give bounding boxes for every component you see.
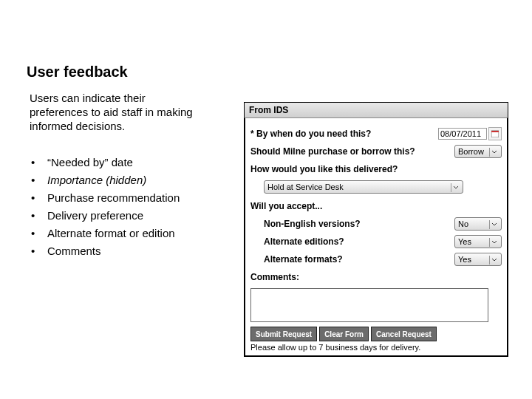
cancel-request-button[interactable]: Cancel Request <box>371 327 437 341</box>
delivery-note: Please allow up to 7 business days for d… <box>250 343 502 352</box>
calendar-icon[interactable] <box>488 127 502 140</box>
comments-textarea[interactable] <box>250 288 488 322</box>
alteditions-select[interactable]: Yes <box>454 235 502 248</box>
nonenglish-select[interactable]: No <box>454 217 502 231</box>
select-value: Yes <box>458 237 471 246</box>
list-item: Alternate format or edition <box>30 225 214 242</box>
list-item: Delivery preference <box>30 207 214 225</box>
select-value: No <box>458 219 468 228</box>
list-item: Comments <box>30 242 214 260</box>
bullet-list: “Needed by” date Importance (hidden) Pur… <box>30 154 214 260</box>
label-accept: Will you accept... <box>250 201 502 211</box>
page-title: User feedback <box>27 64 128 81</box>
chevron-down-icon <box>451 183 460 192</box>
svg-rect-1 <box>491 131 499 132</box>
label-altformats: Alternate formats? <box>264 254 454 265</box>
need-by-date-input[interactable] <box>438 128 487 140</box>
submit-request-button[interactable]: Submit Request <box>250 327 317 341</box>
form-header: From IDS <box>245 103 508 118</box>
chevron-down-icon <box>489 238 499 247</box>
select-value: Borrow <box>458 147 484 156</box>
select-value: Hold at Service Desk <box>267 183 344 191</box>
intro-text: Users can indicate their preferences to … <box>30 92 200 133</box>
clear-form-button[interactable]: Clear Form <box>319 327 369 341</box>
list-item: Purchase recommendation <box>30 189 214 207</box>
list-item: “Needed by” date <box>30 154 214 171</box>
label-delivery: How would you like this delivered? <box>250 164 502 174</box>
list-item: Importance (hidden) <box>30 171 214 189</box>
purchase-select[interactable]: Borrow <box>454 145 502 158</box>
chevron-down-icon <box>489 220 499 229</box>
chevron-down-icon <box>489 148 499 157</box>
chevron-down-icon <box>489 256 499 265</box>
delivery-select[interactable]: Hold at Service Desk <box>264 180 463 194</box>
label-nonenglish: Non-English versions? <box>264 219 454 229</box>
label-comments: Comments: <box>250 272 502 282</box>
form-screenshot: From IDS * By when do you need this? Sho… <box>244 102 508 357</box>
label-purchase: Should Milne purchase or borrow this? <box>250 146 454 157</box>
altformats-select[interactable]: Yes <box>454 253 502 266</box>
label-alteditions: Alternate editions? <box>264 236 454 247</box>
label-need-by: * By when do you need this? <box>250 129 438 139</box>
select-value: Yes <box>458 255 471 264</box>
